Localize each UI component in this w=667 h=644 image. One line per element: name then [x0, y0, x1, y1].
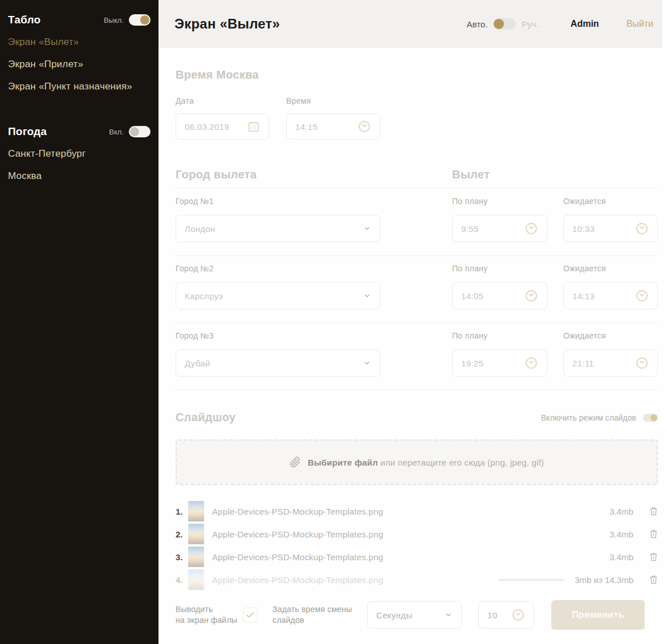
city-1-select[interactable]: Лондон	[176, 215, 380, 242]
dropzone-text-bold: Выбирите файл	[308, 458, 378, 467]
sidebar-item-spb[interactable]: Санкт-Петербург	[8, 148, 151, 160]
city-1-label: Город №1	[176, 197, 452, 206]
clock-icon[interactable]	[635, 356, 649, 370]
apply-button[interactable]: Применить	[551, 600, 645, 630]
moscow-time-title: Время Москва	[176, 68, 658, 81]
expected-2-input[interactable]: 14:13	[563, 282, 658, 309]
app-window: Табло Выкл. Экран «Вылет» Экран «Прилет»…	[0, 0, 667, 644]
expected-label: Ожидается	[563, 331, 606, 340]
trash-icon[interactable]	[649, 506, 658, 516]
weather-group-header: Погода Вкл.	[8, 125, 151, 138]
spacer	[380, 282, 452, 309]
plan-1-value: 9:55	[461, 224, 478, 234]
sidebar-item-screen-arrival[interactable]: Экран «Прилет»	[8, 59, 151, 70]
city-2-select[interactable]: Карслруэ	[176, 282, 380, 309]
time-input[interactable]: 14:15	[286, 113, 380, 140]
file-dropzone[interactable]: Выбирите файл или перетащите его сюда (p…	[176, 439, 658, 485]
city-row-2-labels: Город №2 По плану Ожидается	[176, 264, 658, 273]
city-row-1: Город №1 По плану Ожидается Лондон	[176, 197, 658, 242]
date-label: Дата	[176, 96, 269, 105]
file-name: Apple-Devices-PSD-Mockup-Templates.png	[212, 552, 599, 562]
expected-1-value: 10:33	[572, 224, 595, 234]
file-row-2: 2. Apple-Devices-PSD-Mockup-Templates.pn…	[176, 523, 658, 545]
clock-icon[interactable]	[524, 356, 538, 370]
date-value: 06.03.2019	[185, 122, 229, 132]
content: Время Москва Дата 06.03.2019	[158, 48, 667, 630]
weather-toggle[interactable]	[129, 126, 151, 137]
city-3-select[interactable]: Дубай	[176, 349, 380, 377]
moscow-time-section: Время Москва Дата 06.03.2019	[176, 68, 658, 140]
time-field: Время 14:15	[286, 96, 380, 140]
chevron-down-icon	[363, 225, 371, 233]
slideshow-toggle-label: Включить режим слайдов	[541, 413, 636, 422]
departure-city-title: Город вылета	[176, 168, 452, 181]
calendar-icon[interactable]	[247, 120, 260, 133]
file-thumbnail	[188, 501, 204, 521]
city-row-1-controls: Лондон 9:55 1	[176, 215, 658, 242]
interval-unit-select[interactable]: Секунды	[367, 601, 462, 629]
sidebar-item-screen-departure[interactable]: Экран «Вылет»	[8, 36, 151, 48]
expected-1-input[interactable]: 10:33	[563, 215, 658, 242]
plan-label: По плану	[452, 197, 563, 206]
mode-toggle[interactable]	[493, 18, 516, 30]
file-upload-status: 3mb из 14.3mb	[575, 575, 633, 585]
plan-2-input[interactable]: 14:05	[452, 282, 547, 309]
sidebar-item-moscow[interactable]: Москва	[8, 170, 151, 182]
main-area: Экран «Вылет» Авто. Руч. Admin Выйти Вре…	[158, 0, 667, 644]
interval-value-input[interactable]: 10	[478, 601, 534, 629]
city-3-label: Город №3	[176, 331, 452, 340]
moscow-time-fields: Дата 06.03.2019	[176, 96, 658, 140]
clock-icon[interactable]	[524, 289, 538, 303]
file-name: Apple-Devices-PSD-Mockup-Templates.png	[212, 575, 499, 585]
chevron-down-icon	[363, 292, 371, 300]
mode-auto-label: Авто.	[466, 19, 487, 29]
spacer	[380, 349, 452, 377]
date-field: Дата 06.03.2019	[176, 96, 269, 140]
clock-icon[interactable]	[357, 120, 371, 133]
departures-headers: Город вылета Вылет	[176, 168, 658, 181]
clock-icon[interactable]	[511, 608, 525, 622]
file-row-1: 1. Apple-Devices-PSD-Mockup-Templates.pn…	[176, 500, 658, 523]
board-toggle-label: Выкл.	[104, 16, 124, 25]
board-toggle-wrap: Выкл.	[104, 14, 151, 26]
plan-3-value: 19:25	[461, 358, 483, 368]
board-toggle[interactable]	[129, 14, 151, 26]
file-thumbnail	[188, 569, 204, 590]
city-2-value: Карслруэ	[185, 291, 223, 301]
upload-progress-bar	[499, 579, 564, 581]
clock-icon[interactable]	[635, 289, 649, 303]
trash-icon[interactable]	[649, 529, 658, 539]
sidebar-item-screen-destination[interactable]: Экран «Пункт назначения»	[8, 81, 151, 92]
file-name: Apple-Devices-PSD-Mockup-Templates.png	[212, 507, 599, 516]
board-group-title: Табло	[8, 14, 40, 26]
city-row-3-labels: Город №3 По плану Ожидается	[176, 331, 658, 340]
show-files-checkbox[interactable]	[243, 608, 258, 622]
date-input[interactable]: 06.03.2019	[176, 113, 269, 140]
board-menu: Экран «Вылет» Экран «Прилет» Экран «Пунк…	[8, 36, 151, 92]
file-row-4-uploading: 4. Apple-Devices-PSD-Mockup-Templates.pn…	[176, 568, 658, 591]
clock-icon[interactable]	[635, 222, 649, 235]
file-number: 4.	[176, 575, 188, 585]
board-toggle-knob	[140, 15, 149, 25]
slideshow-header: Слайдшоу Включить режим слайдов	[176, 411, 658, 424]
show-files-label-line2: на экран файлы	[176, 615, 243, 626]
departures-section: Город вылета Вылет Город №1 По плану Ожи…	[176, 168, 658, 390]
clock-icon[interactable]	[524, 222, 538, 235]
expected-3-input[interactable]: 21:11	[563, 349, 658, 377]
topbar-right: Авто. Руч. Admin Выйти	[466, 18, 653, 30]
expected-label: Ожидается	[563, 264, 606, 273]
slideshow-toggle[interactable]	[643, 414, 658, 422]
plan-1-input[interactable]: 9:55	[452, 215, 547, 242]
page-title: Экран «Вылет»	[174, 16, 466, 32]
plan-3-input[interactable]: 19:25	[452, 349, 547, 377]
chevron-down-icon	[363, 359, 371, 367]
weather-menu: Санкт-Петербург Москва	[8, 148, 151, 182]
file-number: 1.	[176, 507, 188, 516]
chevron-down-icon	[445, 611, 453, 619]
logout-link[interactable]: Выйти	[627, 19, 653, 29]
city-row-1-labels: Город №1 По плану Ожидается	[176, 197, 658, 206]
trash-icon[interactable]	[649, 552, 658, 562]
trash-icon[interactable]	[649, 574, 658, 585]
plan-2-value: 14:05	[461, 291, 483, 301]
interval-value: 10	[487, 610, 497, 620]
